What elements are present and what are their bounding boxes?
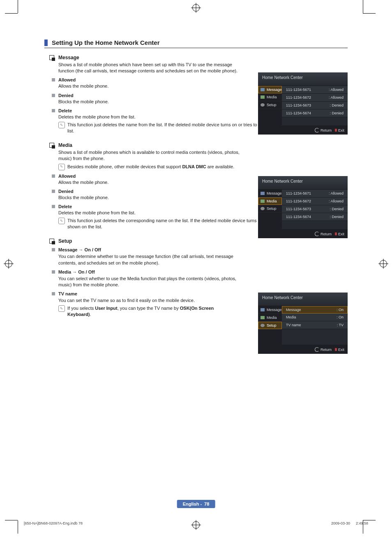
registration-mark-icon bbox=[192, 4, 200, 12]
sidebar-item-message[interactable]: Message bbox=[258, 86, 282, 93]
list-number: 111-1234-5672 bbox=[286, 199, 311, 203]
sidebar-item-label: Message bbox=[267, 191, 282, 195]
list-number: 111-1234-5674 bbox=[286, 215, 311, 219]
exit-icon bbox=[335, 232, 337, 235]
list-item[interactable]: 111-1234-5673: Denied bbox=[282, 102, 348, 109]
message-icon bbox=[261, 308, 265, 311]
sub-bullet-icon bbox=[52, 174, 55, 178]
setup-message-text: You can determine whether to use the mes… bbox=[58, 253, 247, 266]
tvname-note-mid: , you can type the TV name by bbox=[118, 306, 180, 311]
sidebar-item-media[interactable]: Media bbox=[258, 197, 282, 205]
ui-panel-title: Home Network Center bbox=[258, 176, 348, 190]
sub-bullet-icon bbox=[52, 94, 55, 97]
sub-bullet-icon bbox=[52, 248, 55, 251]
list-item[interactable]: 111-1234-5674: Denied bbox=[282, 109, 348, 117]
return-button[interactable]: Return bbox=[315, 128, 332, 132]
list-number: 111-1234-5672 bbox=[286, 95, 311, 100]
list-status: : Denied bbox=[330, 111, 344, 115]
return-button[interactable]: Return bbox=[315, 347, 332, 352]
ui-panel-media: Home Network Center Message Media Setup … bbox=[258, 176, 348, 238]
exit-icon bbox=[335, 129, 337, 132]
sub-bullet-icon bbox=[52, 190, 55, 193]
sidebar-item-setup[interactable]: Setup bbox=[258, 101, 282, 109]
sidebar-item-label: Message bbox=[267, 88, 282, 92]
ui-panel-setup: Home Network Center Message Media Setup … bbox=[258, 293, 348, 354]
message-icon bbox=[261, 88, 265, 91]
ui-panel-title: Home Network Center bbox=[258, 72, 348, 86]
media-note: Besides mobile phone, other mobile devic… bbox=[67, 164, 234, 170]
return-button[interactable]: Return bbox=[315, 232, 332, 236]
setup-tvname-text: You can set the TV name so as to find it… bbox=[58, 297, 235, 304]
list-status: : Denied bbox=[330, 103, 344, 107]
list-item[interactable]: Media: On bbox=[282, 313, 348, 321]
title-accent-icon bbox=[44, 39, 48, 46]
setup-tvname-note: If you selects User Input, you can type … bbox=[67, 305, 235, 318]
exit-label: Exit bbox=[338, 348, 344, 352]
list-number: 111-1234-5671 bbox=[286, 88, 311, 92]
exit-label: Exit bbox=[338, 128, 344, 132]
list-item[interactable]: Message: On bbox=[282, 306, 348, 313]
list-status: : Denied bbox=[330, 215, 344, 219]
sidebar-item-label: Setup bbox=[267, 207, 277, 211]
setup-key: TV name bbox=[286, 323, 301, 327]
setup-key: Message bbox=[286, 308, 301, 312]
sub-bullet-icon bbox=[52, 270, 55, 274]
section-media-desc: Shows a list of mobile phones which is a… bbox=[58, 149, 247, 162]
sidebar-item-label: Setup bbox=[267, 103, 277, 107]
list-item[interactable]: 111-1234-5672: Allowed bbox=[282, 94, 348, 102]
sidebar-item-label: Setup bbox=[267, 323, 277, 327]
page-title: Setting Up the Home Network Center bbox=[52, 39, 160, 46]
registration-mark-icon bbox=[192, 521, 200, 529]
section-message-label: Message bbox=[58, 55, 79, 60]
list-status: : Allowed bbox=[329, 199, 344, 203]
section-setup-label: Setup bbox=[58, 238, 72, 244]
list-status: : Denied bbox=[330, 207, 344, 211]
sidebar-item-label: Media bbox=[267, 316, 277, 320]
list-item[interactable]: 111-1234-5671: Allowed bbox=[282, 86, 348, 94]
list-item bbox=[282, 329, 348, 345]
setup-value: : On bbox=[337, 315, 344, 319]
list-item[interactable]: 111-1234-5672: Allowed bbox=[282, 197, 348, 205]
registration-mark-icon bbox=[380, 260, 387, 267]
sidebar-item-setup[interactable]: Setup bbox=[258, 322, 282, 329]
sidebar-item-setup[interactable]: Setup bbox=[258, 205, 282, 213]
setup-value: : TV bbox=[337, 323, 344, 327]
gear-icon bbox=[261, 324, 265, 327]
sidebar-item-message[interactable]: Message bbox=[258, 190, 282, 197]
sidebar-item-media[interactable]: Media bbox=[258, 93, 282, 101]
exit-button[interactable]: Exit bbox=[335, 128, 344, 132]
return-label: Return bbox=[321, 348, 332, 352]
return-icon bbox=[315, 347, 319, 352]
exit-button[interactable]: Exit bbox=[335, 347, 344, 352]
tvname-note-prefix: If you selects bbox=[67, 306, 95, 311]
doc-footer-left: [650-NA]BN68-02097A-Eng.indb 78 bbox=[24, 521, 83, 525]
list-item[interactable]: TV name: TV bbox=[282, 321, 348, 329]
message-allowed-label: Allowed bbox=[58, 77, 76, 82]
list-item[interactable]: 111-1234-5673: Denied bbox=[282, 205, 348, 213]
list-status: : Allowed bbox=[329, 88, 344, 92]
return-label: Return bbox=[321, 128, 332, 132]
sidebar-item-media[interactable]: Media bbox=[258, 314, 282, 322]
tvname-note-bold1: User Input bbox=[95, 306, 117, 311]
section-message-desc: Shows a list of mobile phones which have… bbox=[58, 62, 247, 74]
list-item[interactable]: 111-1234-5671: Allowed bbox=[282, 190, 348, 197]
setup-media-text: You can select whether to use the Media … bbox=[58, 276, 247, 288]
list-item bbox=[282, 117, 348, 126]
message-icon bbox=[261, 192, 265, 195]
return-label: Return bbox=[321, 232, 332, 236]
exit-icon bbox=[335, 348, 337, 351]
list-item[interactable]: 111-1234-5674: Denied bbox=[282, 213, 348, 221]
note-icon: ✎ bbox=[58, 122, 65, 128]
list-item bbox=[282, 221, 348, 230]
sub-bullet-icon bbox=[52, 292, 55, 295]
exit-label: Exit bbox=[338, 232, 344, 236]
section-bullet-icon bbox=[49, 55, 54, 60]
setup-key: Media bbox=[286, 315, 296, 319]
exit-button[interactable]: Exit bbox=[335, 232, 344, 236]
message-denied-label: Denied bbox=[58, 93, 74, 98]
sidebar-item-message[interactable]: Message bbox=[258, 306, 282, 314]
ui-panel-title: Home Network Center bbox=[258, 293, 348, 306]
section-media-label: Media bbox=[58, 142, 72, 148]
tvname-note-end: . bbox=[90, 312, 91, 317]
list-number: 111-1234-5673 bbox=[286, 207, 311, 211]
